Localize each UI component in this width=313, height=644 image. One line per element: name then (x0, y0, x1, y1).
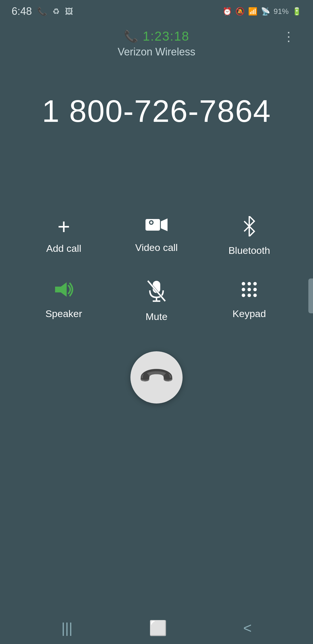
silent-icon: 🔕 (235, 7, 245, 16)
end-call-button[interactable]: 📞 (130, 351, 183, 404)
nav-menu-button[interactable]: ||| (61, 620, 73, 636)
nav-back-button[interactable]: < (243, 620, 252, 636)
more-options-button[interactable]: ⋮ (282, 29, 296, 44)
svg-point-15 (253, 288, 257, 291)
data-transfer-icon: ♻ (52, 7, 60, 16)
alarm-icon: ⏰ (223, 7, 232, 16)
svg-point-10 (242, 282, 245, 285)
svg-marker-1 (161, 218, 168, 231)
video-call-icon (145, 216, 168, 237)
actions-grid: + Add call Video call Bluetooth (0, 205, 313, 334)
scrollbar-indicator (308, 278, 313, 313)
add-call-button[interactable]: + Add call (17, 205, 110, 268)
call-header: 📞 1:23:18 ⋮ (0, 29, 313, 44)
svg-point-18 (253, 294, 257, 297)
signal-icon: 📡 (261, 7, 270, 16)
status-time: 6:48 (12, 5, 32, 17)
video-call-button[interactable]: Video call (110, 205, 203, 268)
end-call-container: 📞 (0, 351, 313, 404)
call-timer: 1:23:18 (143, 29, 190, 44)
keypad-icon (239, 279, 259, 303)
active-call-icon: 📞 (124, 30, 138, 43)
call-timer-container: 📞 1:23:18 (124, 29, 190, 44)
end-call-icon: 📞 (137, 357, 176, 397)
svg-point-17 (248, 294, 251, 297)
nav-home-button[interactable]: ⬜ (149, 620, 167, 636)
status-right: ⏰ 🔕 📶 📡 91% 🔋 (223, 7, 301, 16)
mute-label: Mute (145, 311, 168, 322)
battery-icon: 🔋 (292, 7, 301, 16)
svg-point-3 (150, 221, 152, 224)
mute-button[interactable]: Mute (110, 268, 203, 334)
bluetooth-icon (239, 216, 259, 240)
svg-point-14 (248, 288, 251, 291)
speaker-icon (52, 279, 75, 303)
bluetooth-button[interactable]: Bluetooth (203, 205, 296, 268)
svg-point-11 (248, 282, 251, 285)
svg-point-13 (242, 288, 245, 291)
svg-marker-4 (55, 282, 67, 297)
add-call-icon: + (57, 216, 70, 238)
battery-text: 91% (274, 7, 289, 16)
video-call-label: Video call (135, 242, 178, 253)
status-left: 6:48 📞 ♻ 🖼 (12, 5, 73, 17)
phone-status-icon: 📞 (37, 7, 47, 16)
add-call-label: Add call (46, 243, 81, 254)
svg-point-16 (242, 294, 245, 297)
status-bar: 6:48 📞 ♻ 🖼 ⏰ 🔕 📶 📡 91% 🔋 (0, 0, 313, 20)
speaker-button[interactable]: Speaker (17, 268, 110, 334)
mute-icon (146, 279, 167, 306)
wifi-icon: 📶 (248, 7, 257, 16)
phone-number: 1 800-726-7864 (0, 93, 313, 129)
bluetooth-label: Bluetooth (228, 245, 270, 256)
nav-bar: ||| ⬜ < (0, 612, 313, 644)
speaker-label: Speaker (46, 308, 82, 319)
keypad-button[interactable]: Keypad (203, 268, 296, 334)
carrier-name: Verizon Wireless (0, 46, 313, 58)
keypad-label: Keypad (232, 308, 266, 319)
svg-point-12 (253, 282, 257, 285)
image-icon: 🖼 (65, 7, 73, 16)
